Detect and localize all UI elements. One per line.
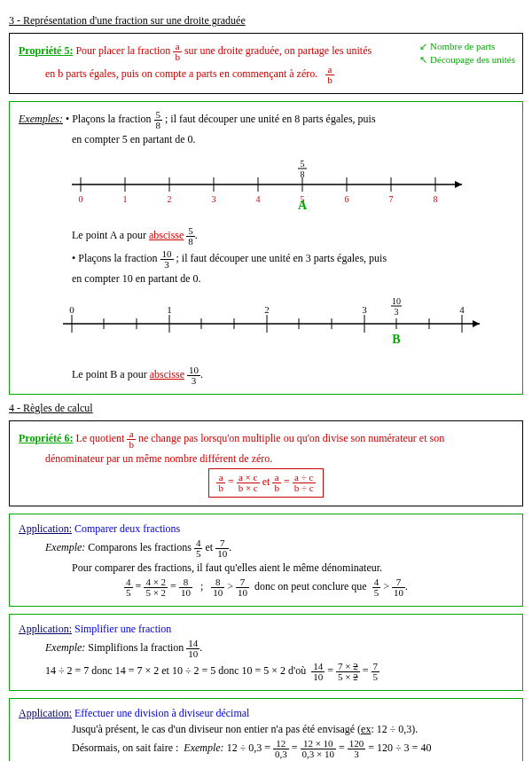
app2-ex-label: Exemple: [45, 641, 85, 654]
frac-ab: ab [173, 42, 182, 62]
app1-f2: 710 [215, 538, 229, 559]
prop6-label: Propriété 6: [19, 432, 73, 444]
app2-ex-text: Simplifions la fraction [88, 641, 184, 654]
app3-title: Effectuer une division à diviseur décima… [74, 707, 249, 719]
ex2-text-a: • Plaçons la fraction [72, 252, 158, 264]
ex1-text-c: en compter 5 en partant de 0. [72, 133, 513, 146]
svg-text:0: 0 [79, 194, 83, 204]
app3-line1: Jusqu'à présent, le cas d'un diviseur no… [72, 723, 513, 736]
prop6-t2: ne change pas lorsqu'on multiplie ou qu'… [138, 432, 444, 444]
svg-marker-25 [473, 320, 480, 327]
svg-text:1: 1 [123, 194, 128, 204]
prop6-t1: Le quotient [75, 432, 124, 444]
svg-text:8: 8 [301, 169, 305, 179]
svg-text:3: 3 [212, 194, 216, 204]
ex1-text-b: ; il faut découper une unité en 8 parts … [165, 113, 376, 125]
svg-text:3: 3 [362, 304, 367, 315]
prop5-text2: sur une droite graduée, on partage les u… [184, 44, 372, 57]
app1-calc: 45 = 4 × 25 × 2 = 810 ; 810 > 710 donc o… [19, 577, 513, 598]
frac-10-3b: 103 [187, 365, 200, 386]
prop6-t3: dénominateur par un même nombre différen… [45, 452, 272, 465]
frac-5-8: 58 [154, 110, 163, 130]
ex2-text-c: en compter 10 en partant de 0. [72, 272, 513, 286]
examples-label: Exemples: [19, 113, 63, 125]
examples-box: Exemples: • Plaçons la fraction 58 ; il … [9, 101, 523, 395]
app2-calc: 14 ÷ 2 = 7 donc 14 = 7 × 2 et 10 ÷ 2 = 5… [45, 662, 513, 682]
svg-text:A: A [298, 199, 308, 211]
app2-label: Application: [19, 623, 72, 635]
ex2-result: Le point B a pour [72, 368, 147, 380]
svg-marker-1 [455, 181, 462, 188]
frac-ab-2: ab [325, 65, 334, 85]
annot-decoup: ↖ Découpage des unités [419, 54, 515, 65]
svg-text:0: 0 [69, 304, 74, 315]
prop5-text1: Pour placer la fraction [75, 44, 170, 57]
numberline-2: 0 1 2 3 4 10 3 B [54, 297, 489, 350]
app1-label: Application: [19, 522, 72, 535]
prop5-box: Propriété 5: Pour placer la fraction ab … [9, 33, 523, 94]
svg-text:2: 2 [168, 194, 172, 204]
prop6-box: Propriété 6: Le quotient ab ne change pa… [9, 420, 523, 506]
ex2-text-b: ; il faut découper une unité en 3 parts … [176, 252, 387, 264]
app3-box: Application: Effectuer une division à di… [9, 698, 523, 761]
app2-box: Application: Simplifier une fraction Exe… [9, 614, 523, 691]
section4-title: 4 - Règles de calcul [9, 402, 523, 415]
abscisse-2: abscisse [150, 368, 184, 380]
svg-text:3: 3 [395, 307, 399, 317]
frac-5-8b: 58 [186, 226, 195, 247]
svg-text:1: 1 [167, 304, 172, 315]
prop6-formula: ab = a × cb × c et ab = a ÷ cb ÷ c [208, 468, 323, 498]
svg-text:8: 8 [434, 194, 438, 204]
svg-text:7: 7 [389, 194, 394, 204]
prop5-label: Propriété 5: [19, 44, 73, 57]
app1-f1: 45 [194, 538, 203, 559]
svg-text:6: 6 [345, 194, 349, 204]
app1-ex-label: Exemple: [45, 541, 85, 553]
app3-line2: Désormais, on sait faire : Exemple: 12 ÷… [72, 739, 513, 759]
svg-text:B: B [392, 333, 400, 346]
section3-title: 3 - Représentation d'une fraction sur un… [9, 14, 523, 27]
frac-10-3: 103 [160, 249, 174, 270]
numberline-1: 0 1 2 3 4 5 6 7 8 5 8 A [63, 158, 471, 211]
svg-text:10: 10 [392, 297, 401, 306]
app1-title: Comparer deux fractions [74, 522, 180, 535]
prop6-frac: ab [127, 429, 136, 450]
app1-explain: Pour comparer des fractions, il faut qu'… [72, 561, 513, 575]
ex1-text-a: • Plaçons la fraction [66, 113, 152, 125]
svg-text:4: 4 [459, 304, 465, 315]
app2-frac: 1410 [186, 639, 200, 659]
app1-box: Application: Comparer deux fractions Exe… [9, 514, 523, 607]
app2-title: Simplifier une fraction [74, 623, 171, 635]
svg-text:2: 2 [264, 304, 270, 315]
svg-text:4: 4 [256, 194, 261, 204]
prop5-text3: en b parts égales, puis on compte a part… [45, 67, 317, 80]
app3-label: Application: [19, 707, 72, 719]
abscisse-1: abscisse [149, 229, 184, 241]
ex1-result: Le point A a pour [72, 229, 146, 241]
annot-parts: ↙ Nombre de parts [419, 41, 495, 51]
svg-text:5: 5 [301, 159, 305, 169]
app1-ex-text: Comparons les fractions [88, 541, 192, 553]
